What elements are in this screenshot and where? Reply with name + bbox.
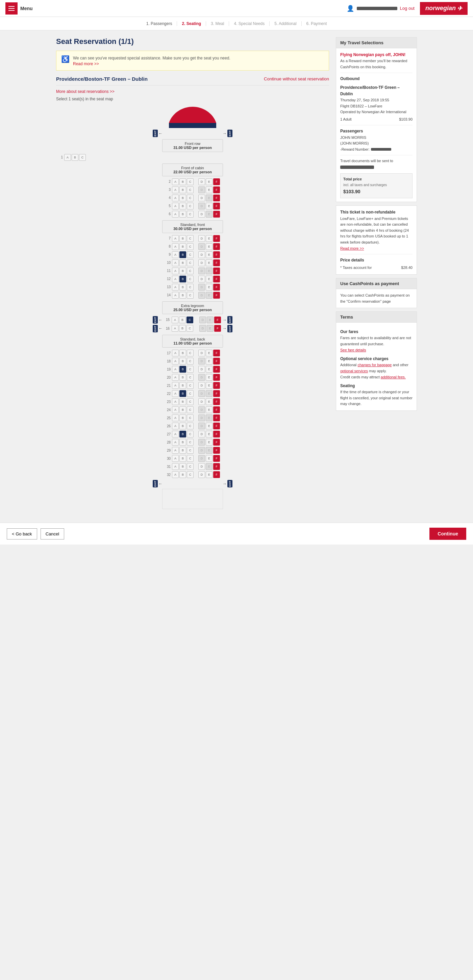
- seat-7F[interactable]: F: [213, 235, 220, 242]
- seat-28F[interactable]: F: [213, 439, 220, 445]
- seat-15B[interactable]: B: [179, 317, 186, 323]
- seat-13B[interactable]: B: [179, 284, 186, 291]
- seat-23E[interactable]: E: [206, 398, 212, 405]
- seat-32A[interactable]: A: [172, 471, 179, 478]
- seat-6A[interactable]: A: [172, 211, 179, 218]
- seat-1B[interactable]: B: [72, 154, 78, 161]
- seat-21A[interactable]: A: [172, 382, 179, 389]
- seat-16B[interactable]: B: [179, 325, 186, 332]
- seat-30A[interactable]: A: [172, 455, 179, 462]
- seat-30F[interactable]: F: [213, 455, 220, 462]
- seat-15F[interactable]: F: [214, 317, 221, 323]
- optional-services-link[interactable]: optional services: [340, 369, 368, 373]
- seat-32E[interactable]: E: [206, 471, 212, 478]
- seat-23B[interactable]: B: [179, 398, 186, 405]
- seat-21D[interactable]: D: [198, 382, 205, 389]
- seat-12C[interactable]: C: [187, 276, 194, 282]
- seat-20F[interactable]: F: [213, 374, 220, 381]
- seat-28B[interactable]: B: [179, 439, 186, 445]
- seat-18A[interactable]: A: [172, 358, 179, 364]
- seat-14A[interactable]: A: [172, 292, 179, 299]
- seat-2B[interactable]: B: [179, 178, 186, 185]
- seat-30E[interactable]: E: [206, 455, 212, 462]
- seat-4F[interactable]: F: [213, 194, 220, 201]
- seat-28A[interactable]: A: [172, 439, 179, 445]
- seat-13F[interactable]: F: [213, 284, 220, 291]
- seat-29B[interactable]: B: [179, 447, 186, 454]
- seat-19D[interactable]: D: [198, 366, 205, 372]
- seat-6F[interactable]: F: [213, 211, 220, 218]
- seat-30B[interactable]: B: [179, 455, 186, 462]
- seat-4D[interactable]: D: [198, 194, 205, 201]
- seat-9B[interactable]: B: [179, 251, 186, 258]
- seat-22A[interactable]: A: [172, 390, 179, 397]
- seat-20E[interactable]: E: [206, 374, 212, 381]
- seat-10B[interactable]: B: [179, 259, 186, 266]
- seat-17F[interactable]: F: [213, 350, 220, 356]
- seat-18B[interactable]: B: [179, 358, 186, 364]
- seat-3E[interactable]: E: [206, 186, 212, 193]
- seat-32F[interactable]: F: [213, 471, 220, 478]
- seat-17D[interactable]: D: [198, 350, 205, 356]
- seat-13E[interactable]: E: [206, 284, 212, 291]
- seat-32D[interactable]: D: [198, 471, 205, 478]
- seat-15C[interactable]: C: [186, 317, 193, 323]
- seat-17B[interactable]: B: [179, 350, 186, 356]
- seat-9F[interactable]: F: [213, 251, 220, 258]
- continue-button[interactable]: Continue: [429, 528, 466, 540]
- seat-24B[interactable]: B: [179, 406, 186, 413]
- seat-7B[interactable]: B: [179, 235, 186, 242]
- seat-7A[interactable]: A: [172, 235, 179, 242]
- seat-28C[interactable]: C: [187, 439, 194, 445]
- seat-23D[interactable]: D: [198, 398, 205, 405]
- seat-5A[interactable]: A: [172, 203, 179, 210]
- seat-10C[interactable]: C: [187, 259, 194, 266]
- seat-19A[interactable]: A: [172, 366, 179, 372]
- seat-5C[interactable]: C: [187, 203, 194, 210]
- seat-11F[interactable]: F: [213, 267, 220, 274]
- menu-button[interactable]: [5, 2, 18, 14]
- charges-baggage-link[interactable]: charges for baggage: [357, 363, 392, 367]
- seat-8B[interactable]: B: [179, 243, 186, 250]
- seat-17C[interactable]: C: [187, 350, 194, 356]
- seat-10F[interactable]: F: [213, 259, 220, 266]
- seat-18C[interactable]: C: [187, 358, 194, 364]
- seat-19F[interactable]: F: [213, 366, 220, 372]
- seat-27B[interactable]: B: [179, 431, 186, 438]
- seat-10A[interactable]: A: [172, 259, 179, 266]
- seat-26B[interactable]: B: [179, 423, 186, 430]
- seat-27C[interactable]: C: [187, 431, 194, 438]
- seat-26F[interactable]: F: [213, 423, 220, 430]
- seat-20A[interactable]: A: [172, 374, 179, 381]
- seat-6C[interactable]: C: [187, 211, 194, 218]
- non-refundable-read-more[interactable]: Read more >>: [340, 246, 364, 250]
- seat-18E[interactable]: E: [206, 358, 212, 364]
- seat-25F[interactable]: F: [213, 415, 220, 421]
- seat-22C[interactable]: C: [187, 390, 194, 397]
- seat-12F[interactable]: F: [213, 276, 220, 282]
- seat-8E[interactable]: E: [206, 243, 212, 250]
- seat-5E[interactable]: E: [206, 203, 212, 210]
- seat-21C[interactable]: C: [187, 382, 194, 389]
- seat-10E[interactable]: E: [206, 259, 212, 266]
- see-fare-details-link[interactable]: See fare details: [340, 348, 366, 352]
- cancel-button[interactable]: Cancel: [41, 528, 64, 539]
- seat-16A[interactable]: A: [172, 325, 178, 332]
- seat-23C[interactable]: C: [187, 398, 194, 405]
- seat-27F[interactable]: F: [213, 431, 220, 438]
- step-passengers[interactable]: 1. Passengers: [142, 21, 177, 26]
- seat-24C[interactable]: C: [187, 406, 194, 413]
- seat-17A[interactable]: A: [172, 350, 179, 356]
- step-special-needs[interactable]: 4. Special Needs: [229, 21, 270, 26]
- seat-14B[interactable]: B: [179, 292, 186, 299]
- seat-3A[interactable]: A: [172, 186, 179, 193]
- seat-9E[interactable]: E: [206, 251, 212, 258]
- seat-22F[interactable]: F: [213, 390, 220, 397]
- seat-18F[interactable]: F: [213, 358, 220, 364]
- seat-2C[interactable]: C: [187, 178, 194, 185]
- seat-27D[interactable]: D: [198, 431, 205, 438]
- alert-read-more[interactable]: Read more >>: [73, 62, 99, 66]
- seat-9A[interactable]: A: [172, 251, 179, 258]
- seat-11A[interactable]: A: [172, 267, 179, 274]
- seat-25B[interactable]: B: [179, 415, 186, 421]
